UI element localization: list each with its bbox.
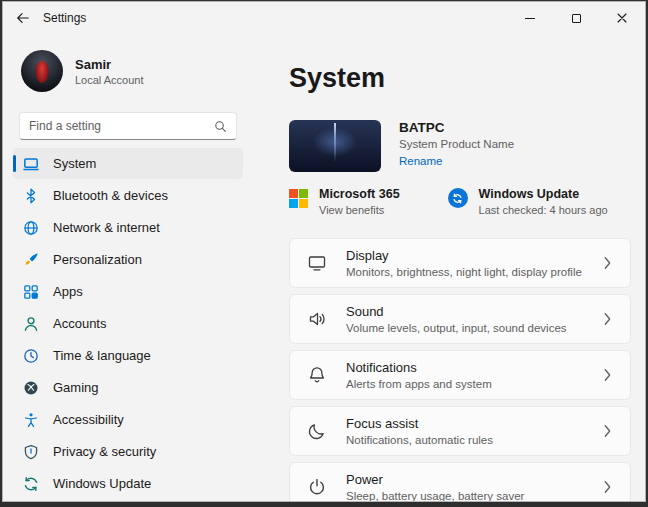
privacy-security-icon <box>23 444 39 460</box>
card-label: Sound <box>346 304 567 319</box>
avatar <box>21 50 63 92</box>
display-icon <box>306 252 328 274</box>
page-title: System <box>289 62 631 94</box>
window-controls <box>507 2 645 34</box>
sidebar-item-label: Gaming <box>53 380 99 395</box>
search-box <box>19 112 237 140</box>
sidebar-item-label: Personalization <box>53 252 142 267</box>
focus-assist-icon <box>306 420 328 442</box>
sidebar-item-bluetooth-devices[interactable]: Bluetooth & devices <box>13 180 243 211</box>
status-title: Windows Update <box>479 187 608 201</box>
gaming-icon <box>23 380 39 396</box>
sidebar: Samir Local Account System <box>3 34 253 501</box>
sidebar-item-accessibility[interactable]: Accessibility <box>13 404 243 435</box>
close-icon <box>617 13 627 23</box>
apps-icon <box>23 284 39 300</box>
sidebar-item-windows-update[interactable]: Windows Update <box>13 468 243 499</box>
minimize-icon <box>525 18 535 19</box>
card-description: Sleep, battery usage, battery saver <box>346 490 524 501</box>
chevron-right-icon <box>603 312 612 326</box>
back-button[interactable] <box>3 2 43 34</box>
windows-update-status-icon <box>448 188 468 208</box>
bluetooth-icon <box>23 188 39 204</box>
settings-card-power[interactable]: Power Sleep, battery usage, battery save… <box>289 462 631 501</box>
sidebar-item-system[interactable]: System <box>13 148 243 179</box>
settings-card-display[interactable]: Display Monitors, brightness, night ligh… <box>289 238 631 288</box>
sidebar-item-time-language[interactable]: Time & language <box>13 340 243 371</box>
chevron-right-icon <box>603 480 612 494</box>
device-wallpaper-thumbnail <box>289 120 381 172</box>
device-model: System Product Name <box>399 138 514 150</box>
sidebar-item-label: Privacy & security <box>53 444 156 459</box>
chevron-right-icon <box>603 368 612 382</box>
back-arrow-icon <box>16 11 30 25</box>
close-button[interactable] <box>599 2 645 34</box>
user-name: Samir <box>75 57 144 72</box>
settings-card-notifications[interactable]: Notifications Alerts from apps and syste… <box>289 350 631 400</box>
personalization-icon <box>23 252 39 268</box>
microsoft-365-logo <box>289 189 308 208</box>
system-icon <box>23 156 39 172</box>
card-description: Notifications, automatic rules <box>346 434 493 446</box>
settings-window: Settings Samir Local Account <box>2 1 646 502</box>
sidebar-item-label: Bluetooth & devices <box>53 188 168 203</box>
power-icon <box>306 476 328 498</box>
sidebar-item-label: Network & internet <box>53 220 160 235</box>
device-name: BATPC <box>399 120 514 135</box>
sidebar-item-accounts[interactable]: Accounts <box>13 308 243 339</box>
status-subtitle: Last checked: 4 hours ago <box>479 204 608 216</box>
windows-update-icon <box>23 476 39 492</box>
status-row: Microsoft 365 View benefits Windows Upda… <box>289 187 631 216</box>
sidebar-nav: System Bluetooth & devices Network & int… <box>13 148 245 499</box>
card-label: Notifications <box>346 360 492 375</box>
minimize-button[interactable] <box>507 2 553 34</box>
status-title: Microsoft 365 <box>319 187 400 201</box>
user-account[interactable]: Samir Local Account <box>13 46 245 96</box>
status-subtitle: View benefits <box>319 204 400 216</box>
sidebar-item-gaming[interactable]: Gaming <box>13 372 243 403</box>
device-info: BATPC System Product Name Rename <box>289 120 631 172</box>
chevron-right-icon <box>603 256 612 270</box>
sidebar-item-label: Accessibility <box>53 412 124 427</box>
search-input[interactable] <box>29 119 208 133</box>
settings-card-focus-assist[interactable]: Focus assist Notifications, automatic ru… <box>289 406 631 456</box>
chevron-right-icon <box>603 424 612 438</box>
windows-update-status[interactable]: Windows Update Last checked: 4 hours ago <box>448 187 608 216</box>
sidebar-item-label: System <box>53 156 96 171</box>
titlebar: Settings <box>3 2 645 34</box>
sidebar-item-label: Windows Update <box>53 476 151 491</box>
card-description: Volume levels, output, input, sound devi… <box>346 322 567 334</box>
settings-card-sound[interactable]: Sound Volume levels, output, input, soun… <box>289 294 631 344</box>
sidebar-item-privacy-security[interactable]: Privacy & security <box>13 436 243 467</box>
sidebar-item-label: Time & language <box>53 348 151 363</box>
sidebar-item-personalization[interactable]: Personalization <box>13 244 243 275</box>
accessibility-icon <box>23 412 39 428</box>
sidebar-item-label: Accounts <box>53 316 106 331</box>
user-account-type: Local Account <box>75 74 144 86</box>
card-label: Focus assist <box>346 416 493 431</box>
sidebar-item-network-internet[interactable]: Network & internet <box>13 212 243 243</box>
accounts-icon <box>23 316 39 332</box>
time-language-icon <box>23 348 39 364</box>
maximize-icon <box>572 14 581 23</box>
window-title: Settings <box>43 11 86 25</box>
sidebar-item-apps[interactable]: Apps <box>13 276 243 307</box>
main-content: System BATPC System Product Name Rename … <box>253 34 645 501</box>
card-description: Monitors, brightness, night light, displ… <box>346 266 582 278</box>
rename-link[interactable]: Rename <box>399 155 442 167</box>
search-icon[interactable] <box>214 120 227 133</box>
network-icon <box>23 220 39 236</box>
card-label: Power <box>346 472 524 487</box>
notifications-icon <box>306 364 328 386</box>
card-description: Alerts from apps and system <box>346 378 492 390</box>
sidebar-item-label: Apps <box>53 284 83 299</box>
maximize-button[interactable] <box>553 2 599 34</box>
card-label: Display <box>346 248 582 263</box>
settings-card-list: Display Monitors, brightness, night ligh… <box>289 238 631 501</box>
microsoft-365-status[interactable]: Microsoft 365 View benefits <box>289 187 400 216</box>
sound-icon <box>306 308 328 330</box>
